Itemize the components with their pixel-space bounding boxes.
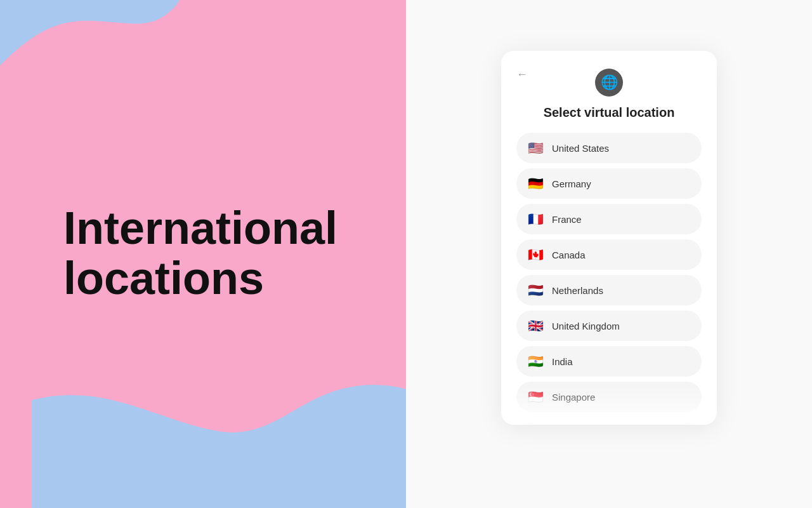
hero-title: International locations: [63, 203, 337, 304]
location-item[interactable]: 🇳🇱Netherlands: [516, 275, 702, 305]
flag-icon: 🇺🇸: [527, 139, 544, 157]
flag-icon: 🇬🇧: [527, 317, 544, 335]
globe-icon: 🌐: [595, 69, 623, 97]
location-name: Canada: [552, 250, 586, 260]
location-item[interactable]: 🇬🇧United Kingdom: [516, 311, 702, 341]
blob-bottom-decoration: [32, 324, 406, 508]
flag-icon: 🇳🇱: [527, 281, 544, 299]
fade-overlay: [501, 387, 717, 425]
left-panel: International locations: [0, 0, 406, 508]
location-item[interactable]: 🇫🇷France: [516, 204, 702, 234]
right-panel: ← 🌐 Select virtual location 🇺🇸United Sta…: [406, 0, 812, 508]
back-button[interactable]: ←: [516, 69, 528, 80]
location-name: India: [552, 356, 573, 367]
flag-icon: 🇨🇦: [527, 246, 544, 264]
blob-top-left-decoration: [0, 0, 184, 89]
location-name: United States: [552, 143, 609, 154]
location-list: 🇺🇸United States🇩🇪Germany🇫🇷France🇨🇦Canada…: [516, 133, 702, 412]
location-name: Netherlands: [552, 285, 603, 296]
modal-title: Select virtual location: [516, 105, 702, 120]
globe-icon-wrapper: 🌐: [516, 69, 702, 97]
location-name: Germany: [552, 178, 591, 189]
flag-icon: 🇮🇳: [527, 352, 544, 370]
location-item[interactable]: 🇨🇦Canada: [516, 239, 702, 270]
flag-icon: 🇫🇷: [527, 210, 544, 228]
location-item[interactable]: 🇮🇳India: [516, 346, 702, 377]
location-item[interactable]: 🇺🇸United States: [516, 133, 702, 163]
flag-icon: 🇩🇪: [527, 175, 544, 192]
location-item[interactable]: 🇩🇪Germany: [516, 168, 702, 199]
location-name: France: [552, 214, 582, 225]
location-name: United Kingdom: [552, 321, 620, 331]
location-modal: ← 🌐 Select virtual location 🇺🇸United Sta…: [501, 51, 717, 425]
